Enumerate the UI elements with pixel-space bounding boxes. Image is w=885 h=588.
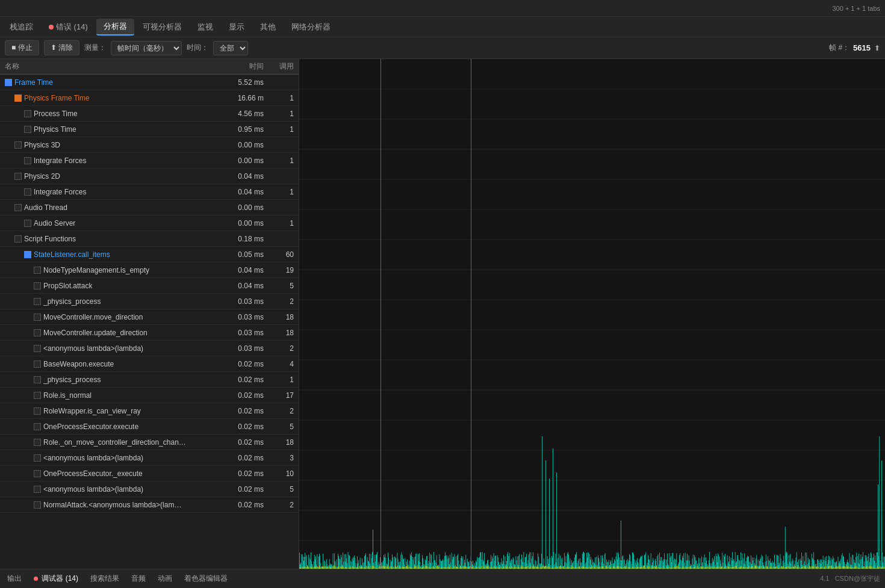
row-name-cell: Role.is_normal [5, 391, 216, 400]
table-row[interactable]: PropSlot.attack0.04 ms5 [0, 278, 299, 294]
row-calls-cell: 2 [264, 297, 294, 306]
row-checkbox[interactable] [34, 329, 41, 336]
bottom-tab-search[interactable]: 搜索结果 [88, 572, 122, 585]
table-row[interactable]: <anonymous lambda>(lambda)0.02 ms5 [0, 481, 299, 497]
table-row[interactable]: Frame Time5.52 ms [0, 75, 299, 90]
tab-visual-profiler[interactable]: 可视分析器 [135, 19, 189, 35]
table-row[interactable]: OneProcessExecutor._execute0.02 ms10 [0, 466, 299, 481]
row-checkbox[interactable] [24, 110, 31, 117]
table-row[interactable]: <anonymous lambda>(lambda)0.03 ms2 [0, 341, 299, 356]
stop-button[interactable]: ■ 停止 [5, 40, 39, 55]
row-checkbox[interactable] [14, 235, 22, 243]
row-checkbox[interactable] [34, 470, 41, 477]
row-checkbox[interactable] [14, 173, 22, 180]
row-time-cell: 0.02 ms [216, 407, 264, 415]
row-name-cell: Physics 3D [5, 141, 216, 149]
row-checkbox[interactable] [34, 298, 41, 305]
row-name-text: Process Time [34, 110, 78, 118]
table-row[interactable]: Process Time4.56 ms1 [0, 106, 299, 122]
row-time-cell: 0.02 ms [216, 469, 264, 478]
row-name-text: _physics_process [43, 376, 101, 384]
bottom-tab-shader[interactable]: 着色器编辑器 [182, 572, 230, 585]
row-checkbox[interactable] [34, 392, 41, 399]
row-checkbox[interactable] [14, 141, 22, 149]
row-checkbox[interactable] [34, 376, 41, 383]
top-bar: 300 + 1 + 1 tabs [0, 0, 885, 17]
row-time-cell: 4.56 ms [216, 110, 264, 118]
tab-network[interactable]: 网络分析器 [284, 19, 338, 35]
table-row[interactable]: Integrate Forces0.00 ms1 [0, 153, 299, 169]
clear-button[interactable]: ⬆ 清除 [44, 40, 79, 55]
table-row[interactable]: Physics Frame Time16.66 m1 [0, 90, 299, 106]
row-checkbox[interactable] [34, 282, 41, 289]
table-row[interactable]: MoveController.move_direction0.03 ms18 [0, 309, 299, 325]
time-select[interactable]: 全部 [213, 41, 248, 55]
row-checkbox[interactable] [34, 267, 41, 274]
row-checkbox[interactable] [34, 361, 41, 368]
row-checkbox[interactable] [14, 204, 22, 211]
table-row[interactable]: Role._on_move_controller_direction_chan…… [0, 435, 299, 450]
row-time-cell: 0.02 ms [216, 422, 264, 431]
table-row[interactable]: Audio Thread0.00 ms [0, 200, 299, 215]
table-row[interactable]: Physics Time0.95 ms1 [0, 122, 299, 137]
row-checkbox[interactable] [34, 501, 41, 509]
row-checkbox[interactable] [24, 126, 31, 133]
bottom-tab-audio[interactable]: 音频 [129, 572, 148, 585]
table-row[interactable]: _physics_process0.03 ms2 [0, 294, 299, 309]
row-time-cell: 0.02 ms [216, 454, 264, 462]
frame-stepper[interactable]: ⬆ [874, 44, 880, 52]
row-name-cell: Role._on_move_controller_direction_chan… [5, 438, 216, 447]
row-checkbox[interactable] [24, 251, 31, 258]
row-checkbox[interactable] [24, 157, 31, 164]
row-checkbox[interactable] [34, 454, 41, 462]
row-calls-cell: 1 [264, 125, 294, 134]
tab-stack-trace[interactable]: 栈追踪 [2, 19, 40, 35]
table-row[interactable]: Script Functions0.18 ms [0, 231, 299, 247]
table-row[interactable]: Integrate Forces0.04 ms1 [0, 184, 299, 200]
row-name-cell: _physics_process [5, 376, 216, 384]
table-row[interactable]: Audio Server0.00 ms1 [0, 215, 299, 231]
measure-select[interactable]: 帧时间（毫秒） [111, 41, 182, 55]
tab-profiler[interactable]: 分析器 [96, 19, 134, 36]
row-checkbox[interactable] [34, 439, 41, 446]
row-name-cell: Integrate Forces [5, 156, 216, 165]
row-time-cell: 0.02 ms [216, 391, 264, 400]
row-calls-cell: 1 [264, 376, 294, 384]
tab-errors[interactable]: 错误 (14) [42, 19, 95, 35]
table-row[interactable]: _physics_process0.02 ms1 [0, 372, 299, 388]
table-row[interactable]: Physics 3D0.00 ms [0, 137, 299, 153]
table-row[interactable]: OneProcessExecutor.execute0.02 ms5 [0, 419, 299, 435]
row-checkbox[interactable] [24, 188, 31, 196]
bottom-tab-output[interactable]: 输出 [5, 572, 24, 585]
tab-monitor[interactable]: 监视 [190, 19, 220, 35]
table-row[interactable]: MoveController.update_direction0.03 ms18 [0, 325, 299, 341]
table-row[interactable]: StateListener.call_items0.05 ms60 [0, 247, 299, 262]
row-name-text: PropSlot.attack [43, 282, 92, 290]
row-calls-cell: 60 [264, 250, 294, 259]
table-row[interactable]: Physics 2D0.04 ms [0, 169, 299, 184]
chart-panel[interactable] [299, 59, 885, 569]
row-checkbox[interactable] [5, 79, 12, 86]
tab-misc[interactable]: 其他 [253, 19, 283, 35]
table-row[interactable]: BaseWeapon.execute0.02 ms4 [0, 356, 299, 372]
row-name-text: NormalAttack.<anonymous lambda>(lam… [43, 501, 181, 509]
table-row[interactable]: NormalAttack.<anonymous lambda>(lam…0.02… [0, 497, 299, 513]
row-checkbox[interactable] [14, 94, 22, 102]
table-row[interactable]: RoleWrapper.is_can_view_ray0.02 ms2 [0, 403, 299, 419]
row-checkbox[interactable] [24, 220, 31, 227]
row-checkbox[interactable] [34, 345, 41, 352]
version-info: 4.1 CSDN@张宇徒 [820, 574, 880, 583]
table-row[interactable]: <anonymous lambda>(lambda)0.02 ms3 [0, 450, 299, 466]
row-time-cell: 5.52 ms [216, 78, 264, 87]
row-time-cell: 0.00 ms [216, 156, 264, 165]
table-row[interactable]: Role.is_normal0.02 ms17 [0, 388, 299, 403]
row-checkbox[interactable] [34, 423, 41, 430]
row-checkbox[interactable] [34, 314, 41, 321]
bottom-tab-debugger[interactable]: 调试器 (14) [31, 572, 81, 585]
row-checkbox[interactable] [34, 407, 41, 415]
table-row[interactable]: NodeTypeManagement.is_empty0.04 ms19 [0, 262, 299, 278]
row-checkbox[interactable] [34, 486, 41, 493]
tab-display[interactable]: 显示 [222, 19, 252, 35]
row-name-cell: <anonymous lambda>(lambda) [5, 454, 216, 462]
bottom-tab-animation[interactable]: 动画 [155, 572, 175, 585]
